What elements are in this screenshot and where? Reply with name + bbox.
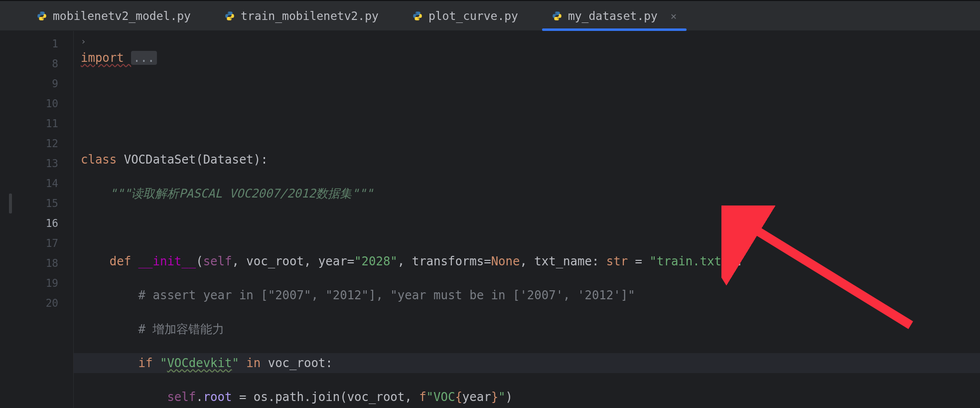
punct: ( xyxy=(340,390,347,404)
tab-my-dataset[interactable]: my_dataset.py ✕ xyxy=(535,1,694,30)
active-line-marker xyxy=(9,194,12,213)
string: "VOC xyxy=(426,390,455,404)
line-number[interactable]: 11 xyxy=(18,114,73,134)
string: "train.txt" xyxy=(650,254,729,268)
python-file-icon xyxy=(552,11,562,21)
tab-label: plot_curve.py xyxy=(428,9,518,22)
line-number[interactable]: 1 xyxy=(18,34,73,54)
operator: = xyxy=(232,390,253,404)
code-line-12[interactable] xyxy=(74,217,980,237)
code-line-9[interactable] xyxy=(74,116,980,136)
line-number[interactable]: 10 xyxy=(18,94,73,114)
punct: : xyxy=(325,356,332,370)
left-margin xyxy=(0,31,18,408)
editor: › 1 8 9 10 11 12 13 14 15 16 17 18 19 20… xyxy=(0,31,980,408)
code-line-8[interactable] xyxy=(74,82,980,102)
punct: ( xyxy=(196,254,203,268)
app-root: mobilenetv2_model.py train_mobilenetv2.p… xyxy=(0,0,980,408)
editor-tabbar: mobilenetv2_model.py train_mobilenetv2.p… xyxy=(0,1,980,31)
code-line-1[interactable]: import ... xyxy=(74,48,980,68)
code-line-14[interactable]: # assert year in ["2007", "2012"], "year… xyxy=(74,285,980,305)
punct: ): xyxy=(254,153,268,167)
tab-train-mobilenet[interactable]: train_mobilenetv2.py xyxy=(208,1,396,30)
fn-call: join xyxy=(311,390,340,404)
punct: ): xyxy=(728,254,743,268)
tab-plot-curve[interactable]: plot_curve.py xyxy=(396,1,535,30)
punct: ) xyxy=(506,390,513,404)
line-number[interactable]: 13 xyxy=(18,154,73,174)
folded-region[interactable]: ... xyxy=(131,51,156,65)
params: , voc_root, year= xyxy=(232,254,354,268)
keyword-if: if xyxy=(139,356,160,370)
brace: { xyxy=(455,390,462,404)
params: , transforms= xyxy=(398,254,491,268)
self: self xyxy=(203,254,232,268)
base-class: Dataset xyxy=(203,153,254,167)
close-icon[interactable]: ✕ xyxy=(671,11,677,21)
docstring: """读取解析PASCAL VOC2007/2012数据集""" xyxy=(110,187,373,201)
f-prefix: f xyxy=(419,390,426,404)
builtin-type: str xyxy=(606,254,628,268)
identifier: voc_root xyxy=(268,356,326,370)
tab-label: mobilenetv2_model.py xyxy=(53,9,191,22)
keyword-class: class xyxy=(81,153,124,167)
tab-mobilenet-model[interactable]: mobilenetv2_model.py xyxy=(20,1,208,30)
tab-label: train_mobilenetv2.py xyxy=(241,9,379,22)
punct: . xyxy=(304,390,311,404)
fn-name: __init__ xyxy=(139,254,196,268)
line-number[interactable]: 8 xyxy=(18,54,73,74)
params: , txt_name: xyxy=(520,254,606,268)
brace: } xyxy=(491,390,498,404)
tab-label: my_dataset.py xyxy=(568,9,658,22)
python-file-icon xyxy=(413,11,422,21)
class-name: VOCDataSet xyxy=(124,153,196,167)
punct: . xyxy=(196,390,203,404)
line-number[interactable]: 18 xyxy=(18,253,73,273)
line-number[interactable]: 17 xyxy=(18,233,73,253)
code-area[interactable]: import ... class VOCDataSet(Dataset): ""… xyxy=(74,31,980,408)
punct: , xyxy=(405,390,419,404)
code-line-13[interactable]: def __init__(self, voc_root, year="2028"… xyxy=(74,251,980,271)
python-file-icon xyxy=(37,11,47,21)
keyword-none: None xyxy=(491,254,520,268)
code-line-11[interactable]: """读取解析PASCAL VOC2007/2012数据集""" xyxy=(74,184,980,204)
module: path xyxy=(275,390,304,404)
punct: ( xyxy=(196,153,203,167)
attr: root xyxy=(203,390,232,404)
identifier: year xyxy=(462,390,491,404)
line-number[interactable]: 15 xyxy=(18,194,73,213)
comment: # assert year in ["2007", "2012"], "year… xyxy=(139,288,635,302)
comment: # 增加容错能力 xyxy=(139,322,225,336)
string: "VOCdevkit" xyxy=(160,356,239,370)
line-number[interactable]: 12 xyxy=(18,134,73,154)
string: "2028" xyxy=(354,254,398,268)
line-number[interactable]: 16 xyxy=(18,213,73,233)
string: " xyxy=(498,390,505,404)
code-line-15[interactable]: # 增加容错能力 xyxy=(74,319,980,339)
keyword-import: import xyxy=(81,51,131,65)
line-number-gutter: › 1 8 9 10 11 12 13 14 15 16 17 18 19 20 xyxy=(18,31,74,408)
punct: . xyxy=(268,390,275,404)
code-line-17[interactable]: self.root = os.path.join(voc_root, f"VOC… xyxy=(74,387,980,407)
line-number[interactable]: 9 xyxy=(18,74,73,94)
self: self xyxy=(167,390,196,404)
code-line-16[interactable]: if "VOCdevkit" in voc_root: xyxy=(74,353,980,373)
string-typo: VOCdevkit xyxy=(167,356,232,370)
operator: = xyxy=(628,254,649,268)
code-line-10[interactable]: class VOCDataSet(Dataset): xyxy=(74,150,980,170)
line-number[interactable]: 14 xyxy=(18,174,73,194)
module: os xyxy=(254,390,268,404)
python-file-icon xyxy=(225,11,235,21)
identifier: voc_root xyxy=(347,390,405,404)
keyword-def: def xyxy=(110,254,139,268)
line-number[interactable]: 20 xyxy=(18,293,73,313)
line-number[interactable]: 19 xyxy=(18,273,73,293)
keyword-in: in xyxy=(239,356,268,370)
